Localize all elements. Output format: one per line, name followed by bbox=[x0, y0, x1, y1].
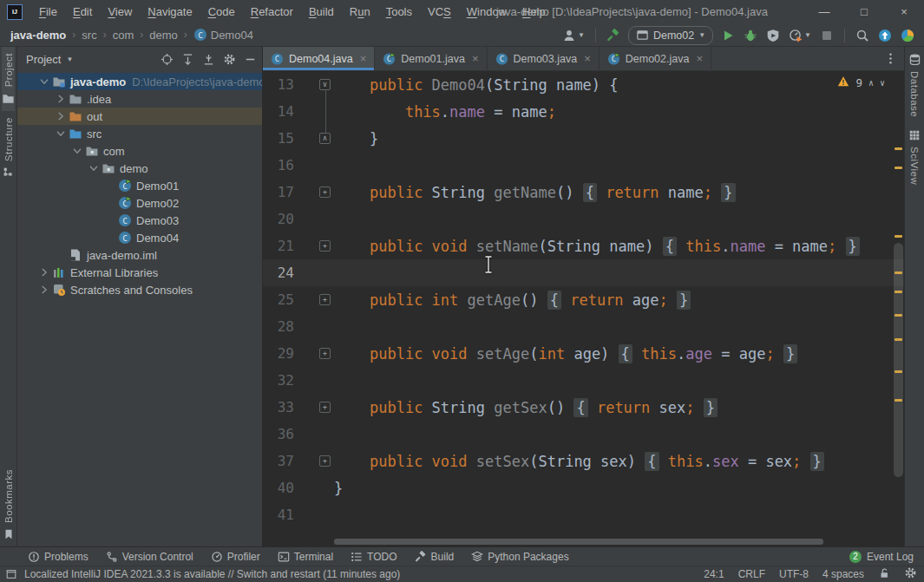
profiler-button[interactable]: ▼ bbox=[788, 28, 812, 43]
chevron-down-icon[interactable] bbox=[36, 75, 52, 88]
tree-item-com[interactable]: com bbox=[17, 142, 262, 160]
fold-icon[interactable]: ∨ bbox=[319, 79, 331, 90]
unfold-icon[interactable]: + bbox=[319, 402, 331, 413]
tree-item-java-demo[interactable]: java-demoD:\IdeaProjects\java-demo bbox=[17, 73, 262, 90]
menu-file[interactable]: File bbox=[31, 0, 65, 23]
tree-item-demo04[interactable]: CDemo04 bbox=[17, 229, 262, 246]
tab-demo03-java[interactable]: CDemo03.java× bbox=[488, 47, 600, 70]
search-everywhere-button[interactable] bbox=[855, 28, 870, 43]
file-encoding[interactable]: UTF-8 bbox=[779, 568, 809, 580]
menu-refactor[interactable]: Refactor bbox=[243, 0, 301, 23]
unfold-icon[interactable]: + bbox=[319, 294, 331, 305]
prev-warning-icon[interactable]: ∧ bbox=[868, 78, 874, 88]
minimize-button[interactable]: — bbox=[804, 0, 844, 23]
tree-item-demo[interactable]: demo bbox=[17, 160, 262, 177]
unfold-icon[interactable]: + bbox=[319, 186, 331, 198]
tab-demo02-java[interactable]: CDemo02.java× bbox=[600, 47, 711, 70]
tree-item-demo02[interactable]: CDemo02 bbox=[17, 194, 262, 212]
close-tab-icon[interactable]: × bbox=[472, 52, 479, 65]
stop-button[interactable] bbox=[819, 28, 835, 43]
tool-button-database[interactable]: Database bbox=[908, 47, 921, 123]
breadcrumb-demo04[interactable]: CDemo04 bbox=[193, 28, 253, 42]
chevron-down-icon[interactable] bbox=[53, 128, 69, 140]
close-tab-icon[interactable]: × bbox=[360, 52, 367, 65]
tool-button-project[interactable]: Project bbox=[2, 47, 15, 111]
vertical-scrollbar[interactable] bbox=[894, 243, 903, 477]
ide-features-button[interactable] bbox=[900, 28, 915, 43]
unfold-icon[interactable]: + bbox=[319, 240, 331, 252]
toolwindow-button-version-control[interactable]: Version Control bbox=[97, 547, 202, 566]
breadcrumb-demo[interactable]: demo bbox=[149, 29, 178, 42]
collapse-all-button[interactable] bbox=[202, 53, 215, 66]
locate-file-button[interactable] bbox=[161, 53, 174, 66]
run-coverage-button[interactable] bbox=[765, 28, 781, 43]
tree-item-external-libraries[interactable]: External Libraries bbox=[17, 264, 262, 281]
menu-view[interactable]: View bbox=[100, 0, 140, 23]
chevron-down-icon[interactable] bbox=[69, 145, 85, 157]
run-button[interactable] bbox=[720, 28, 736, 43]
menu-navigate[interactable]: Navigate bbox=[140, 0, 200, 23]
toolwindow-button-todo[interactable]: TODO bbox=[342, 547, 405, 566]
menu-vcs[interactable]: VCS bbox=[420, 0, 459, 23]
project-settings-button[interactable] bbox=[223, 53, 236, 66]
editor-area[interactable]: 13∨ public Demo04(String name) {14 this.… bbox=[263, 71, 904, 546]
toolwindow-button-terminal[interactable]: Terminal bbox=[269, 547, 342, 566]
close-button[interactable]: × bbox=[884, 0, 924, 23]
tool-button-sciview[interactable]: SciView bbox=[908, 123, 921, 191]
tab-options-button[interactable] bbox=[877, 47, 904, 70]
tree-item-demo03[interactable]: CDemo03 bbox=[17, 212, 262, 229]
indent-style[interactable]: 4 spaces bbox=[822, 568, 864, 580]
project-view-selector[interactable]: Project ▼ bbox=[26, 53, 73, 66]
tab-demo04-java[interactable]: CDemo04.java× bbox=[263, 47, 375, 70]
inspection-widget[interactable]: 9 ∧ ∨ bbox=[837, 75, 885, 90]
event-log-button[interactable]: 2 Event Log bbox=[839, 551, 924, 563]
horizontal-scrollbar[interactable] bbox=[334, 539, 890, 545]
tree-item-out[interactable]: out bbox=[17, 108, 262, 125]
tree-item-idea[interactable]: .idea bbox=[17, 90, 262, 108]
fold-icon[interactable]: ∧ bbox=[319, 133, 331, 144]
status-message[interactable]: Localized IntelliJ IDEA 2021.3.3 is avai… bbox=[24, 568, 400, 580]
unfold-icon[interactable]: + bbox=[319, 455, 331, 467]
hide-panel-button[interactable] bbox=[244, 53, 257, 66]
line-separator[interactable]: CRLF bbox=[738, 568, 765, 580]
tool-button-structure[interactable]: Structure bbox=[3, 111, 14, 184]
chevron-right-icon[interactable] bbox=[53, 110, 69, 122]
tree-item-demo01[interactable]: CDemo01 bbox=[17, 177, 262, 194]
caret-position[interactable]: 24:1 bbox=[704, 568, 724, 580]
close-tab-icon[interactable]: × bbox=[696, 52, 703, 65]
next-warning-icon[interactable]: ∨ bbox=[880, 78, 885, 88]
chevron-right-icon[interactable] bbox=[36, 266, 52, 278]
breadcrumb-com[interactable]: com bbox=[113, 29, 134, 42]
build-button[interactable] bbox=[606, 28, 621, 43]
menu-tools[interactable]: Tools bbox=[378, 0, 420, 23]
tree-item-java-demo-iml[interactable]: java-demo.iml bbox=[17, 246, 262, 264]
chevron-down-icon[interactable] bbox=[86, 162, 102, 174]
toolwindow-button-build[interactable]: Build bbox=[406, 547, 463, 566]
menu-edit[interactable]: Edit bbox=[65, 0, 100, 23]
toolwindow-button-problems[interactable]: Problems bbox=[19, 547, 97, 566]
menu-run[interactable]: Run bbox=[342, 0, 378, 23]
menu-code[interactable]: Code bbox=[200, 0, 243, 23]
run-config-combo[interactable]: Demo02▼ bbox=[628, 26, 713, 45]
chevron-right-icon[interactable] bbox=[53, 93, 69, 105]
chevron-right-icon[interactable] bbox=[36, 284, 52, 296]
toolwindow-toggle-icon[interactable] bbox=[5, 568, 17, 580]
breadcrumb-src[interactable]: src bbox=[82, 29, 96, 42]
expand-all-button[interactable] bbox=[181, 53, 194, 66]
tab-demo01-java[interactable]: CDemo01.java× bbox=[375, 47, 487, 70]
unfold-icon[interactable]: + bbox=[319, 348, 331, 359]
breadcrumb-java-demo[interactable]: java-demo bbox=[10, 29, 66, 42]
menu-build[interactable]: Build bbox=[301, 0, 342, 23]
close-tab-icon[interactable]: × bbox=[584, 52, 591, 65]
tool-button-bookmarks[interactable]: Bookmarks bbox=[3, 463, 15, 546]
settings-gear-icon[interactable] bbox=[904, 566, 917, 582]
toolwindow-button-python-packages[interactable]: Python Packages bbox=[462, 547, 577, 566]
debug-button[interactable] bbox=[743, 28, 758, 43]
toolwindow-button-profiler[interactable]: Profiler bbox=[202, 547, 269, 566]
tree-item-scratches-and-consoles[interactable]: Scratches and Consoles bbox=[17, 281, 262, 298]
user-menu-button[interactable]: ▼ bbox=[561, 28, 586, 43]
lock-icon[interactable] bbox=[878, 567, 890, 582]
platform-update-button[interactable] bbox=[877, 28, 893, 43]
maximize-button[interactable]: □ bbox=[844, 0, 884, 23]
tree-item-src[interactable]: src bbox=[17, 125, 262, 142]
